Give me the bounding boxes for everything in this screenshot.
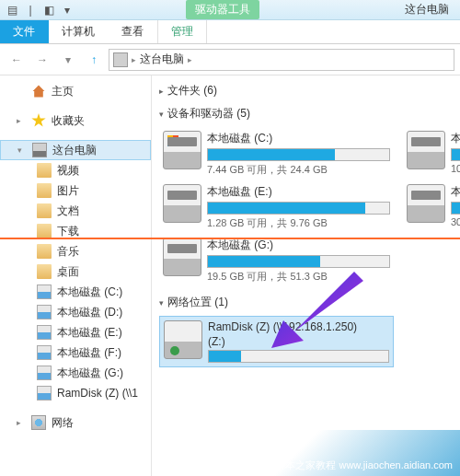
drive-item-c[interactable]: 本地磁盘 (C:) 7.44 GB 可用，共 24.4 GB: [159, 127, 394, 180]
usage-bar: [207, 202, 390, 215]
chevron-right-icon: ▸: [159, 87, 164, 96]
system-drive-icon: [163, 131, 201, 169]
ribbon-tabs: 文件 计算机 查看 管理: [0, 20, 460, 44]
qat-dropdown-icon[interactable]: ▾: [59, 2, 75, 18]
nav-this-pc[interactable]: ▾这台电脑: [0, 140, 151, 160]
drive-icon: [37, 345, 52, 360]
contextual-tab-label: 驱动器工具: [186, 0, 259, 19]
nav-drive-e[interactable]: 本地磁盘 (E:): [0, 322, 151, 342]
drive-icon: [407, 184, 445, 223]
folder-icon: [37, 244, 52, 259]
folder-icon: [37, 264, 52, 279]
network-drive-icon: [164, 320, 202, 359]
nav-drive-g[interactable]: 本地磁盘 (G:): [0, 363, 151, 383]
drive-item-partial[interactable]: 本 30: [403, 180, 460, 234]
nav-documents[interactable]: 文档: [0, 201, 151, 221]
quick-access-toolbar: ▤ | ◧ ▾: [4, 2, 75, 18]
chevron-down-icon: ▾: [159, 298, 164, 308]
drive-stats: 7.44 GB 可用，共 24.4 GB: [207, 163, 390, 177]
nav-pictures[interactable]: 图片: [0, 180, 151, 201]
breadcrumb-location[interactable]: 这台电脑: [140, 52, 184, 67]
drive-icon: [407, 131, 445, 169]
drive-icon: [163, 184, 201, 223]
recent-locations-dropdown[interactable]: ▾: [57, 49, 79, 71]
nav-music[interactable]: 音乐: [0, 241, 151, 261]
folder-icon: [37, 203, 52, 218]
section-folders-header[interactable]: ▸文件夹 (6): [159, 83, 460, 99]
tab-computer[interactable]: 计算机: [49, 20, 109, 43]
pc-icon: [32, 143, 47, 157]
drive-icon: [37, 305, 52, 319]
nav-network[interactable]: ▸网络: [0, 412, 151, 433]
navigation-bar: ← → ▾ ↑ ▸ 这台电脑 ▸: [0, 44, 460, 75]
nav-home[interactable]: 主页: [0, 81, 151, 101]
annotation-red-line: [0, 238, 460, 239]
folder-icon: [37, 163, 52, 178]
drive-icon: [163, 238, 201, 276]
folder-icon: [37, 224, 52, 238]
qat-separator: |: [22, 2, 39, 18]
drive-icon: [37, 366, 52, 380]
system-menu-icon[interactable]: ▤: [4, 2, 20, 18]
drive-item-partial[interactable]: 本 10: [403, 127, 460, 180]
drive-item-e[interactable]: 本地磁盘 (E:) 1.28 GB 可用，共 9.76 GB: [159, 180, 394, 234]
chevron-down-icon: ▾: [159, 110, 164, 119]
section-drives-header[interactable]: ▾设备和驱动器 (5): [159, 106, 460, 122]
nav-ramdisk[interactable]: RamDisk (Z) (\\1: [0, 383, 151, 403]
up-button[interactable]: ↑: [83, 49, 105, 71]
window-title: 这台电脑: [405, 2, 449, 17]
usage-bar: [451, 202, 460, 215]
nav-drive-c[interactable]: 本地磁盘 (C:): [0, 282, 151, 302]
star-icon: [31, 113, 46, 128]
drive-icon: [37, 386, 52, 401]
navigation-pane: 主页 ▸收藏夹 ▾这台电脑 视频 图片 文档 下载 音乐 桌面 本地磁盘 (C:…: [0, 75, 152, 476]
nav-desktop[interactable]: 桌面: [0, 261, 151, 282]
drive-icon: [37, 325, 52, 340]
address-bar[interactable]: ▸ 这台电脑 ▸: [109, 49, 454, 71]
location-pc-icon: [113, 52, 128, 67]
tab-view[interactable]: 查看: [109, 20, 157, 43]
svg-marker-0: [271, 272, 363, 348]
nav-videos[interactable]: 视频: [0, 160, 151, 180]
watermark: 脚本之家教程 www.jiaochen.aidian.com: [239, 430, 460, 476]
drive-icon: [37, 284, 52, 299]
forward-button: →: [31, 49, 53, 71]
network-icon: [31, 415, 46, 430]
annotation-arrow: [267, 267, 368, 350]
usage-bar: [207, 148, 390, 161]
usage-bar: [451, 148, 460, 161]
folder-icon: [37, 183, 52, 198]
title-bar: ▤ | ◧ ▾ 驱动器工具 这台电脑: [0, 0, 460, 20]
chevron-right-icon[interactable]: ▸: [188, 55, 192, 64]
drive-label: 本地磁盘 (C:): [207, 131, 390, 146]
back-button[interactable]: ←: [6, 49, 28, 71]
usage-bar: [208, 350, 389, 363]
home-icon: [31, 84, 46, 99]
nav-favorites[interactable]: ▸收藏夹: [0, 110, 151, 131]
tab-manage[interactable]: 管理: [157, 20, 207, 43]
tab-file[interactable]: 文件: [0, 20, 49, 43]
nav-drive-d[interactable]: 本地磁盘 (D:): [0, 302, 151, 322]
nav-drive-f[interactable]: 本地磁盘 (F:): [0, 342, 151, 363]
properties-icon[interactable]: ◧: [40, 2, 57, 18]
usage-bar: [207, 255, 390, 268]
chevron-right-icon[interactable]: ▸: [132, 55, 136, 64]
